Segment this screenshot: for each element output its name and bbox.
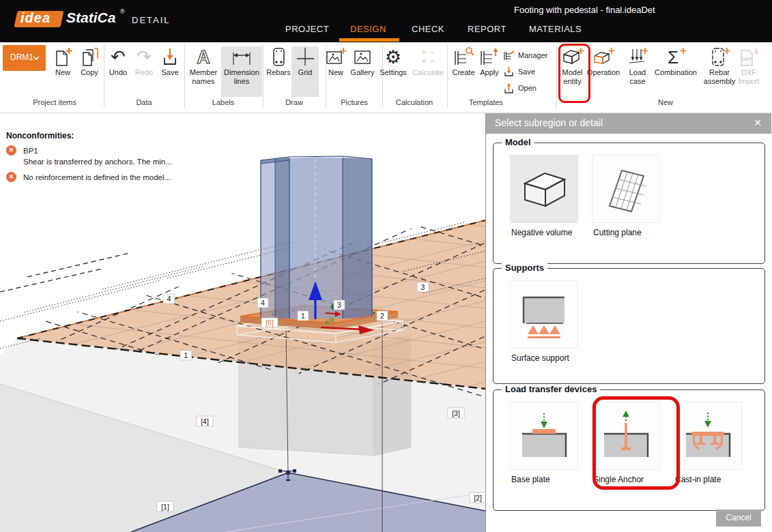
idea-statica-detail-window: idea StatiCa ® DETAIL Footing with pedes…: [0, 0, 772, 532]
button-label: Rebar: [700, 68, 739, 77]
registered-mark: ®: [120, 8, 125, 15]
tile-cast-in-plate[interactable]: [674, 402, 742, 470]
error-icon: ✕: [6, 172, 16, 182]
tile-label-surface-support: Surface support: [511, 353, 569, 363]
tab-materials[interactable]: MATERIALS: [529, 24, 582, 34]
ribbon-separator: [447, 45, 448, 108]
negative-volume-icon: [517, 162, 571, 217]
undo-button[interactable]: ↶ Undo: [104, 46, 132, 77]
tile-base-plate[interactable]: [510, 402, 578, 470]
base-plate-icon: [517, 409, 571, 464]
copy-project-item-button[interactable]: Copy: [76, 46, 103, 77]
settings-button[interactable]: ⚙ Settings: [377, 46, 410, 77]
model-entity-button[interactable]: Model entity: [558, 46, 586, 86]
svg-text:[4]: [4]: [201, 417, 209, 426]
svg-text:↶: ↶: [111, 46, 126, 67]
model-entity-icon: [561, 46, 584, 67]
nonconformities-heading: Nonconformities:: [6, 131, 245, 141]
document-title: Footing with pedestal - final.ideaDet: [514, 5, 655, 15]
button-label: assembly: [700, 77, 739, 86]
tab-project[interactable]: PROJECT: [285, 24, 329, 34]
dimension-lines-toggle[interactable]: Dimension lines: [221, 46, 262, 97]
tile-negative-volume[interactable]: [510, 155, 578, 223]
button-label: Settings: [377, 68, 410, 77]
gallery-button[interactable]: Gallery: [347, 46, 377, 77]
cutting-plane-icon: [599, 162, 653, 217]
button-label: Model: [558, 68, 586, 77]
drm1-dropdown[interactable]: DRM1: [3, 45, 46, 71]
nonconformity-item[interactable]: ✕ BP1 Shear is transferred by anchors. T…: [6, 145, 245, 167]
svg-text:[3]: [3]: [452, 409, 460, 417]
grid-axes-icon: [295, 46, 315, 67]
tile-single-anchor[interactable]: [592, 402, 660, 470]
titlebar: idea StatiCa ® DETAIL Footing with pedes…: [0, 0, 772, 42]
svg-text:1: 1: [301, 312, 305, 320]
button-label: Copy: [76, 68, 103, 77]
tile-label-cutting-plane: Cutting plane: [593, 228, 642, 237]
cancel-button[interactable]: Cancel: [716, 509, 761, 527]
svg-text:−: −: [429, 48, 434, 57]
new-project-item-button[interactable]: New: [49, 46, 76, 77]
svg-text:÷: ÷: [430, 57, 435, 66]
nonconformity-item[interactable]: ✕ No reinforcement is defined in the mod…: [6, 172, 245, 183]
svg-text:DXF: DXF: [741, 56, 752, 62]
operation-icon: [592, 46, 615, 67]
grid-toggle[interactable]: Grid: [291, 46, 319, 97]
dialog-title: Select subregion or detail: [495, 117, 603, 128]
template-apply-button[interactable]: Apply: [476, 46, 503, 77]
operation-button[interactable]: Operation: [585, 46, 622, 77]
nonconformity-desc: No reinforcement is defined in the model…: [23, 172, 171, 183]
nonconformity-code: BP1: [23, 145, 172, 156]
button-label: Redo: [130, 68, 158, 77]
button-label: New: [49, 68, 76, 77]
svg-text:↷: ↷: [137, 46, 152, 67]
nonconformity-desc: Shear is transferred by anchors. The min…: [23, 156, 172, 167]
button-label: Member: [184, 68, 223, 77]
redo-icon: ↷: [134, 46, 154, 67]
cast-in-plate-icon: [681, 409, 735, 464]
gallery-icon: [352, 46, 373, 67]
save-button[interactable]: Save: [156, 46, 184, 77]
member-names-toggle[interactable]: A Member names: [184, 46, 223, 86]
tile-surface-support[interactable]: [510, 280, 578, 349]
nonconformities-panel: Nonconformities: ✕ BP1 Shear is transfer…: [6, 131, 245, 183]
rebar-assembly-button[interactable]: Rebar assembly: [700, 46, 739, 86]
gear-icon: ⚙: [383, 46, 403, 67]
button-label: Combination: [654, 68, 698, 77]
combination-button[interactable]: Σ Combination: [654, 46, 698, 77]
ribbon-separator: [556, 45, 557, 108]
template-open-icon: [503, 83, 515, 94]
rebars-icon: [268, 46, 289, 67]
group-load-transfer: Load transfer devices: [493, 389, 765, 511]
button-label: Apply: [476, 68, 503, 77]
tab-design[interactable]: DESIGN: [350, 24, 386, 34]
surface-support-icon: [517, 288, 571, 342]
save-icon: [160, 46, 180, 67]
module-name: DETAIL: [132, 15, 171, 25]
tab-report[interactable]: REPORT: [468, 24, 506, 34]
new-picture-button[interactable]: New: [322, 46, 349, 77]
button-label: entity: [558, 77, 586, 86]
viewport-3d-area[interactable]: 4 3 1 4 1 3 2 [6] [4]: [0, 113, 485, 532]
button-label: Save: [518, 68, 535, 76]
button-label: New: [322, 68, 349, 77]
svg-text:Σ: Σ: [668, 47, 678, 67]
button-label: Rebars: [263, 68, 294, 77]
tile-cutting-plane[interactable]: [592, 155, 660, 223]
load-case-button[interactable]: Load case: [624, 46, 651, 86]
svg-text:+: +: [421, 48, 426, 57]
svg-text:×: ×: [421, 57, 426, 66]
group-label-draw: Draw: [267, 98, 321, 106]
calculate-button: + − × ÷ Calculate: [410, 46, 446, 77]
tab-check[interactable]: CHECK: [412, 24, 444, 34]
dialog-header[interactable]: Select subregion or detail ✕: [486, 113, 771, 134]
button-label: Import: [735, 77, 762, 86]
copy-icon: [79, 46, 100, 67]
rebars-toggle[interactable]: Rebars: [263, 46, 294, 77]
close-icon[interactable]: ✕: [754, 117, 762, 128]
template-create-button[interactable]: Create: [448, 46, 478, 77]
svg-text:⚙: ⚙: [385, 47, 401, 67]
button-label: lines: [221, 77, 262, 86]
svg-text:4: 4: [167, 295, 171, 303]
svg-text:[1]: [1]: [161, 503, 169, 511]
